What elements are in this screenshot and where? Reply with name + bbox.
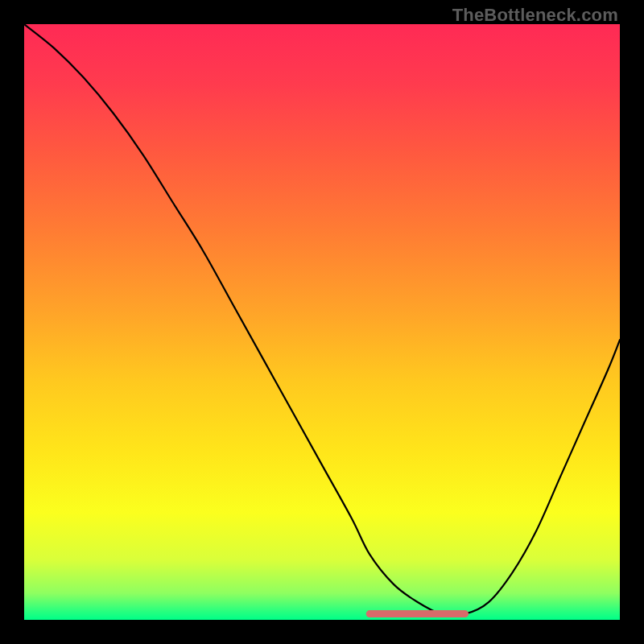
chart-frame: [24, 24, 620, 620]
bottleneck-plot: [24, 24, 620, 620]
watermark-text: TheBottleneck.com: [452, 5, 618, 26]
